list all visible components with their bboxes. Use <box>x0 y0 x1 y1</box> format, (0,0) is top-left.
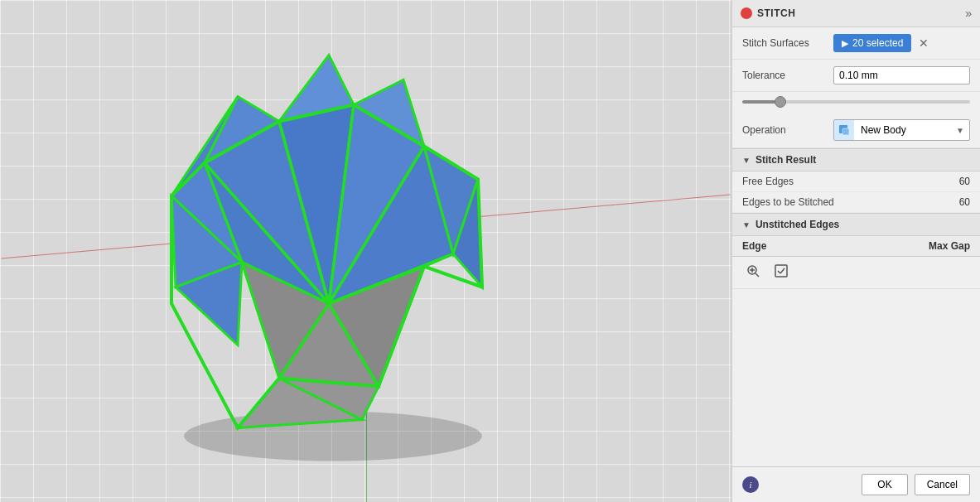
3d-viewport[interactable] <box>0 0 731 502</box>
svg-line-45 <box>780 268 784 273</box>
selected-button[interactable]: ▶ 20 selected <box>833 34 911 52</box>
operation-text: New Body <box>857 122 951 138</box>
operation-row: Operation New Body ▼ <box>732 113 980 148</box>
info-icon: i <box>749 480 751 490</box>
operation-select[interactable]: New Body ▼ <box>833 119 970 141</box>
zoom-fit-button[interactable] <box>742 262 764 283</box>
tolerance-value-container <box>833 66 970 84</box>
unstitched-arrow: ▼ <box>742 220 751 229</box>
operation-value-container: New Body ▼ <box>833 119 970 141</box>
footer-buttons: OK Cancel <box>862 474 970 495</box>
tolerance-label: Tolerance <box>742 70 833 81</box>
svg-line-40 <box>756 273 759 277</box>
cursor-icon: ▶ <box>842 38 848 49</box>
tolerance-input[interactable] <box>833 66 970 84</box>
panel-body: Stitch Surfaces ▶ 20 selected ✕ Toleranc… <box>732 27 980 466</box>
panel-header-left: STITCH <box>741 7 795 19</box>
table-toolbar <box>732 257 980 289</box>
edges-stitched-label: Edges to be Stitched <box>742 196 959 208</box>
unstitched-edges-section-header[interactable]: ▼ Unstitched Edges <box>732 213 980 236</box>
3d-shape <box>113 31 544 472</box>
ok-button[interactable]: OK <box>862 474 907 495</box>
operation-dropdown-arrow: ▼ <box>951 123 969 138</box>
panel-title: STITCH <box>757 7 795 19</box>
free-edges-label: Free Edges <box>742 176 959 187</box>
tolerance-row: Tolerance <box>732 60 980 92</box>
edges-stitched-value: 60 <box>959 196 970 208</box>
stitch-result-arrow: ▼ <box>742 156 751 165</box>
free-edges-value: 60 <box>959 176 970 187</box>
stitch-surfaces-value: ▶ 20 selected ✕ <box>833 34 970 52</box>
stitch-result-title: Stitch Result <box>756 154 816 166</box>
stitch-surfaces-row: Stitch Surfaces ▶ 20 selected ✕ <box>732 27 980 60</box>
stitch-panel: STITCH » Stitch Surfaces ▶ 20 selected ✕… <box>731 0 980 502</box>
new-body-icon <box>834 120 854 140</box>
clear-selection-button[interactable]: ✕ <box>919 37 929 49</box>
free-edges-row: Free Edges 60 <box>732 171 980 192</box>
svg-rect-43 <box>775 265 787 277</box>
unstitched-table-header: Edge Max Gap <box>732 236 980 257</box>
edges-stitched-row: Edges to be Stitched 60 <box>732 192 980 213</box>
unstitched-edges-title: Unstitched Edges <box>756 219 839 230</box>
panel-footer: i OK Cancel <box>732 466 980 502</box>
stitch-surfaces-label: Stitch Surfaces <box>742 37 833 49</box>
selected-count: 20 selected <box>852 37 903 49</box>
stitch-result-section-header[interactable]: ▼ Stitch Result <box>732 148 980 171</box>
operation-label: Operation <box>742 124 833 136</box>
tolerance-slider[interactable] <box>742 100 970 104</box>
stitch-icon <box>741 7 752 19</box>
max-gap-column-header: Max Gap <box>904 240 970 252</box>
edge-column-header: Edge <box>742 240 904 252</box>
select-all-button[interactable] <box>770 262 792 283</box>
info-button[interactable]: i <box>742 476 759 493</box>
expand-icon[interactable]: » <box>965 7 972 20</box>
tolerance-slider-container <box>732 92 980 113</box>
cancel-button[interactable]: Cancel <box>915 474 970 495</box>
svg-rect-38 <box>842 128 849 135</box>
panel-header: STITCH » <box>732 0 980 27</box>
